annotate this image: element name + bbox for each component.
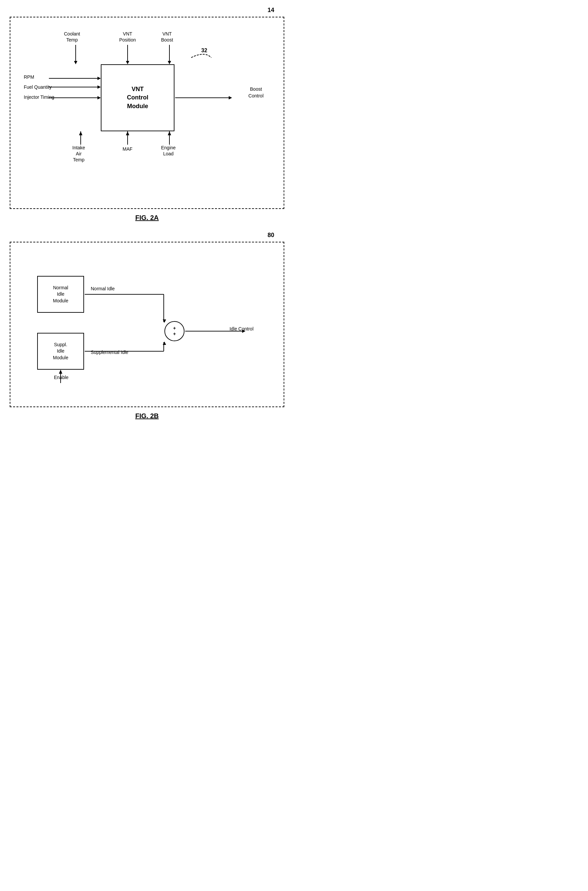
sum-plus-top: + bbox=[173, 326, 176, 331]
injector-timing-label: Injector Timing bbox=[24, 94, 54, 100]
svg-marker-7 bbox=[98, 76, 101, 80]
suppl-idle-label: Suppl. Idle Module bbox=[53, 342, 68, 361]
fuel-quantity-label: Fuel Quantity bbox=[24, 84, 52, 90]
svg-marker-5 bbox=[168, 61, 171, 64]
label-32: 32 bbox=[201, 48, 207, 54]
fig2a-diagram: VNT Control Module Coolant Temp VNT Posi… bbox=[24, 31, 270, 192]
svg-marker-14 bbox=[79, 131, 82, 135]
page: 14 VNT Control Module Coolant Temp bbox=[7, 7, 287, 420]
vnt-boost-label: VNT Boost bbox=[161, 31, 173, 43]
svg-marker-11 bbox=[98, 96, 101, 99]
normal-idle-module-box: Normal Idle Module bbox=[37, 276, 84, 313]
summing-junction: + + bbox=[164, 321, 184, 341]
svg-marker-26 bbox=[163, 342, 166, 345]
svg-marker-23 bbox=[163, 320, 166, 323]
fig2a-label-number: 14 bbox=[267, 7, 274, 14]
svg-marker-30 bbox=[59, 370, 62, 374]
supplemental-idle-arrow-label: Supplemental Idle bbox=[91, 350, 128, 355]
svg-marker-3 bbox=[126, 61, 129, 64]
fig2a-caption: FIG. 2A bbox=[10, 214, 284, 222]
vnt-position-label: VNT Position bbox=[119, 31, 136, 43]
fig2b-dashed-border: Normal Idle Module Suppl. Idle Module + bbox=[10, 242, 284, 407]
rpm-label: RPM bbox=[24, 74, 34, 80]
svg-marker-18 bbox=[168, 131, 171, 135]
normal-idle-label: Normal Idle Module bbox=[53, 285, 68, 304]
fig2b-diagram: Normal Idle Module Suppl. Idle Module + bbox=[24, 256, 270, 390]
suppl-idle-module-box: Suppl. Idle Module bbox=[37, 333, 84, 370]
svg-marker-1 bbox=[74, 61, 77, 64]
svg-marker-16 bbox=[126, 131, 129, 135]
fig2b-label-number: 80 bbox=[267, 232, 274, 239]
maf-label: MAF bbox=[123, 146, 133, 152]
svg-marker-20 bbox=[229, 96, 232, 99]
enable-label: Enable bbox=[54, 375, 69, 380]
idle-control-label: Idle Control bbox=[230, 326, 254, 332]
fig2a-container: 14 VNT Control Module Coolant Temp bbox=[10, 7, 284, 222]
coolant-temp-label: Coolant Temp bbox=[64, 31, 80, 43]
normal-idle-arrow-label: Normal Idle bbox=[91, 286, 115, 291]
boost-control-label: Boost Control bbox=[249, 86, 264, 99]
intake-air-temp-label: Intake Air Temp bbox=[72, 145, 85, 163]
fig2a-dashed-border: VNT Control Module Coolant Temp VNT Posi… bbox=[10, 17, 284, 209]
vnt-module-label: VNT Control Module bbox=[127, 85, 148, 111]
fig2b-container: 80 Normal Idle Module Suppl. Idle Mo bbox=[10, 232, 284, 420]
sum-plus-bottom: + bbox=[173, 331, 176, 337]
engine-load-label: Engine Load bbox=[161, 145, 176, 157]
svg-marker-9 bbox=[98, 86, 101, 89]
fig2b-caption: FIG. 2B bbox=[10, 412, 284, 420]
vnt-control-module-box: VNT Control Module bbox=[101, 64, 174, 131]
